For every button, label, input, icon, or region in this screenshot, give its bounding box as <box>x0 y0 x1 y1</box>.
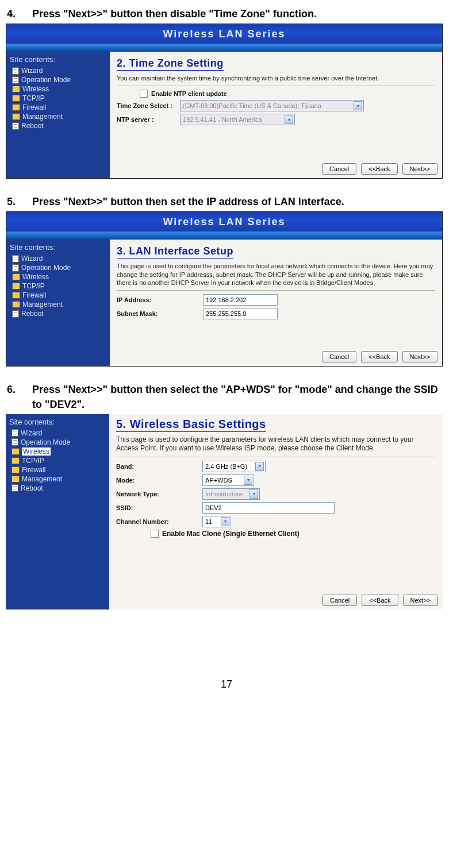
sidebar-item-opmode[interactable]: Operation Mode <box>8 438 107 447</box>
sidebar-title: Site contents: <box>10 55 108 64</box>
band-select[interactable]: 2.4 GHz (B+G) ▾ <box>202 461 266 472</box>
mask-label: Subnet Mask: <box>117 310 203 317</box>
sidebar-title: Site contents: <box>10 243 108 252</box>
sidebar-item-wireless[interactable]: Wireless <box>9 84 108 94</box>
section-title: 5. Wireless Basic Settings <box>116 418 266 432</box>
mac-clone-checkbox[interactable] <box>151 530 159 538</box>
sidebar-item-management[interactable]: Management <box>9 112 108 121</box>
sidebar-item-wizard[interactable]: Wizard <box>8 429 107 438</box>
folder-icon <box>11 457 20 464</box>
folder-icon <box>12 86 20 92</box>
sidebar-item-wizard[interactable]: Wizard <box>9 254 108 263</box>
next-button[interactable]: Next>> <box>403 595 438 606</box>
ssid-input[interactable] <box>202 502 335 514</box>
button-bar: Cancel <<Back Next>> <box>322 163 437 175</box>
banner-stripe <box>6 232 442 240</box>
next-button[interactable]: Next>> <box>402 351 437 362</box>
sidebar-item-reboot[interactable]: Reboot <box>8 484 107 493</box>
banner: Wireless LAN Series <box>6 24 442 44</box>
folder-icon <box>12 104 20 111</box>
sidebar-item-opmode[interactable]: Operation Mode <box>9 263 108 272</box>
section-desc: You can maintain the system time by sync… <box>117 74 435 82</box>
enable-ntp-label: Enable NTP client update <box>151 90 227 97</box>
section-title: 2. Time Zone Setting <box>117 57 224 71</box>
sidebar-item-tcpip[interactable]: TCP/IP <box>9 281 108 291</box>
mode-select[interactable]: AP+WDS ▾ <box>202 474 254 486</box>
sidebar-item-firewall[interactable]: Firewall <box>9 103 108 112</box>
cancel-button[interactable]: Cancel <box>323 595 357 606</box>
sidebar: Site contents: Wizard Operation Mode Wir… <box>6 414 109 609</box>
back-button[interactable]: <<Back <box>362 595 398 606</box>
page-icon <box>11 484 18 492</box>
sidebar-item-tcpip[interactable]: TCP/IP <box>8 456 107 465</box>
next-button[interactable]: Next>> <box>402 163 437 175</box>
mask-input[interactable] <box>203 308 278 319</box>
sidebar-item-wizard[interactable]: Wizard <box>9 66 108 75</box>
folder-icon <box>12 283 20 290</box>
sidebar-item-reboot[interactable]: Reboot <box>9 309 108 318</box>
sidebar-item-management[interactable]: Management <box>9 300 108 309</box>
banner-stripe <box>6 44 442 52</box>
ip-input[interactable] <box>203 294 278 306</box>
section-desc: This page is used to configure the param… <box>116 435 436 453</box>
sidebar-item-management[interactable]: Management <box>8 474 107 484</box>
folder-icon <box>12 273 20 280</box>
sidebar-item-wireless[interactable]: Wireless <box>8 447 107 456</box>
tz-select[interactable]: (GMT-08:00)Pacific Time (US & Canada); T… <box>180 100 364 111</box>
content-area: 2. Time Zone Setting You can maintain th… <box>110 52 442 178</box>
page-icon <box>11 438 18 446</box>
cancel-button[interactable]: Cancel <box>322 351 356 362</box>
banner: Wireless LAN Series <box>6 212 442 232</box>
screenshot-step5: Wireless LAN Series Site contents: Wizar… <box>6 211 443 367</box>
channel-select[interactable]: 11 ▾ <box>202 516 231 527</box>
sidebar-item-reboot[interactable]: Reboot <box>9 121 108 130</box>
channel-label: Channel Number: <box>116 518 202 525</box>
banner-title: Wireless LAN Series <box>163 24 286 44</box>
step5-instruction: 5. Press "Next>>" button then set the IP… <box>6 194 447 211</box>
folder-icon <box>12 113 20 120</box>
page-number: 17 <box>6 678 447 690</box>
sidebar-item-wireless[interactable]: Wireless <box>9 272 108 281</box>
back-button[interactable]: <<Back <box>361 163 397 175</box>
content-area: 3. LAN Interface Setup This page is used… <box>110 240 442 366</box>
page-icon <box>12 310 19 318</box>
folder-icon <box>12 95 20 102</box>
sidebar-item-firewall[interactable]: Firewall <box>8 465 107 474</box>
chevron-down-icon: ▾ <box>255 462 264 471</box>
chevron-down-icon: ▾ <box>244 476 252 485</box>
ssid-label: SSID: <box>116 504 202 511</box>
mode-label: Mode: <box>116 477 202 484</box>
back-button[interactable]: <<Back <box>361 351 397 362</box>
screenshot-step6: Site contents: Wizard Operation Mode Wir… <box>6 414 443 609</box>
section-desc: This page is used to configure the param… <box>117 262 435 287</box>
sidebar-item-opmode[interactable]: Operation Mode <box>9 75 108 84</box>
step4-instruction: 4. Press "Next>>" button then disable "T… <box>6 6 447 24</box>
folder-icon <box>12 301 20 308</box>
step6-number: 6. <box>6 383 32 411</box>
nettype-label: Network Type: <box>116 491 202 497</box>
step6-text: Press "Next>>" button then select the "A… <box>32 383 447 411</box>
step5-number: 5. <box>6 195 32 209</box>
enable-ntp-checkbox[interactable] <box>140 90 148 98</box>
page-icon <box>12 264 19 272</box>
tz-label: Time Zone Select : <box>117 102 180 109</box>
sidebar-item-firewall[interactable]: Firewall <box>9 291 108 300</box>
folder-icon <box>12 292 20 299</box>
button-bar: Cancel <<Back Next>> <box>323 595 438 606</box>
content-area: 5. Wireless Basic Settings This page is … <box>109 414 443 609</box>
nettype-select[interactable]: Infrastructure ▾ <box>202 488 260 500</box>
sidebar-item-tcpip[interactable]: TCP/IP <box>9 94 108 103</box>
cancel-button[interactable]: Cancel <box>322 163 356 175</box>
button-bar: Cancel <<Back Next>> <box>322 351 437 362</box>
folder-icon <box>11 476 20 483</box>
step5-text: Press "Next>>" button then set the IP ad… <box>32 195 447 209</box>
ntp-select[interactable]: 192.5.41.41 - North America ▾ <box>180 114 295 125</box>
chevron-down-icon: ▾ <box>354 101 362 110</box>
step4-text: Press "Next>>" button then disable "Time… <box>32 7 447 21</box>
step4-number: 4. <box>6 7 32 21</box>
chevron-down-icon: ▾ <box>221 517 229 526</box>
page-icon <box>12 67 19 75</box>
page-icon <box>12 76 19 84</box>
page-icon <box>12 122 19 130</box>
ip-label: IP Address: <box>117 296 203 303</box>
